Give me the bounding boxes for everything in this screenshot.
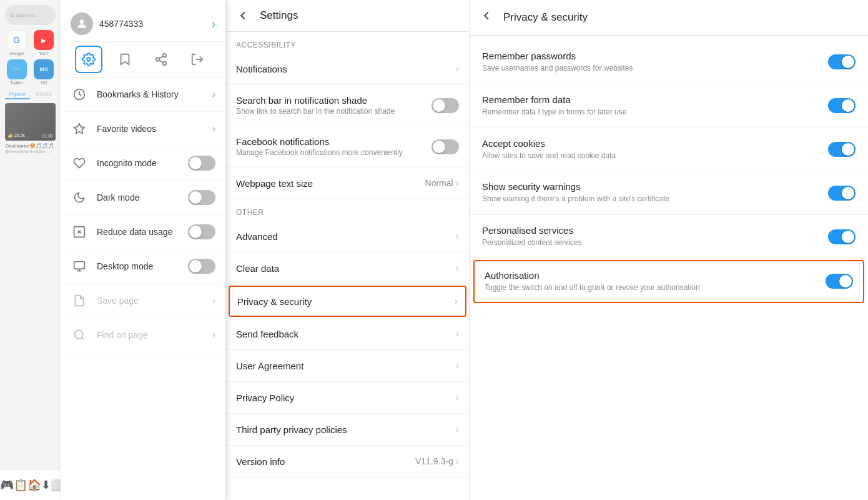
menu-forward-arrow-icon[interactable]: › (212, 18, 215, 31)
remember-formdata-toggle[interactable] (828, 98, 856, 113)
svg-point-16 (75, 331, 83, 339)
settings-item-notifications[interactable]: Notifications › (226, 53, 469, 85)
menu-item-desktop[interactable]: Desktop mode (61, 249, 225, 284)
remember-passwords-subtitle: Save usernames and passwords for website… (482, 63, 818, 74)
nav-icon-square: ⬜ (51, 478, 61, 492)
bookmarks-icon (71, 86, 88, 103)
settings-facebook-subtitle: Manage Facebook notifications more conve… (236, 148, 427, 157)
datausage-toggle[interactable] (188, 224, 215, 239)
app-icon-ms: MS MS (32, 59, 56, 85)
settings-facebook-title: Facebook notifications (236, 136, 427, 147)
accept-cookies-title: Accept cookies (482, 138, 818, 149)
savepage-chevron-icon: › (212, 295, 215, 306)
settings-privacy-title: Privacy & security (237, 296, 455, 307)
findonpage-chevron-icon: › (212, 329, 215, 341)
svg-point-4 (163, 62, 167, 66)
privacypolicy-chevron-icon: › (456, 392, 459, 403)
privacy-item-authorisation: Authorisation Toggle the switch on and o… (473, 260, 864, 303)
settings-version-title: Version info (236, 456, 415, 467)
datausage-icon (71, 223, 88, 241)
settings-item-useragreement[interactable]: User Agreement › (226, 350, 469, 382)
app-bottom-nav: 🎮 📋 🏠 ⬇ ⬜ (0, 469, 61, 500)
menu-item-favorites[interactable]: Favorite videos › (61, 112, 225, 146)
menu-item-bookmarks[interactable]: Bookmarks & History › (61, 78, 225, 112)
authorisation-subtitle: Toggle the switch on and off to grant or… (485, 282, 816, 293)
personalised-services-toggle[interactable] (828, 229, 856, 244)
facebook-toggle[interactable] (432, 139, 459, 154)
settings-title: Settings (260, 9, 298, 22)
settings-advanced-title: Advanced (236, 231, 456, 242)
settings-item-advanced[interactable]: Advanced › (226, 221, 469, 252)
settings-notifications-title: Notifications (236, 64, 456, 74)
settings-textsize-value: Normal (425, 178, 453, 188)
svg-point-1 (87, 58, 91, 61)
privacy-header: Privacy & security (470, 0, 868, 36)
settings-thirdparty-title: Third party privacy policies (236, 424, 456, 435)
menu-username: 458774333 (99, 19, 212, 29)
menu-item-datausage[interactable]: Reduce data usage (61, 215, 225, 249)
menu-bookmark-icon-btn[interactable] (111, 46, 139, 73)
settings-section-other: OTHER (226, 199, 469, 221)
settings-back-button[interactable] (236, 9, 250, 22)
incognito-toggle[interactable] (188, 156, 215, 171)
settings-searchbar-subtitle: Show link to search bar in the notificat… (236, 107, 427, 116)
incognito-icon (71, 154, 88, 172)
privacy-item-security-warnings: Show security warnings Show warning if t… (470, 171, 868, 215)
personalised-services-subtitle: Personalized content services (482, 238, 818, 248)
privacy-item-remember-formdata: Remember form data Remember data I type … (470, 84, 868, 128)
desktop-icon (71, 258, 88, 275)
settings-item-cleardata[interactable]: Clear data › (226, 252, 469, 284)
privacy-item-personalised-services: Personalised services Personalized conte… (470, 215, 868, 259)
svg-marker-9 (74, 124, 85, 134)
menu-logout-icon-btn[interactable] (184, 46, 211, 73)
settings-item-version[interactable]: Version info V11.9.3-g › (226, 446, 469, 478)
personalised-services-title: Personalised services (482, 225, 818, 236)
favorites-chevron-icon: › (212, 123, 215, 134)
app-icon-google: G Google (5, 30, 29, 56)
menu-share-icon-btn[interactable] (147, 46, 175, 73)
settings-item-privacy[interactable]: Privacy & security › (229, 286, 466, 317)
svg-rect-13 (74, 262, 85, 269)
version-chevron-icon: › (456, 456, 459, 467)
desktop-toggle[interactable] (188, 259, 215, 274)
feedback-chevron-icon: › (456, 328, 459, 339)
notifications-chevron-icon: › (456, 63, 459, 74)
settings-item-privacypolicy[interactable]: Privacy Policy › (226, 382, 469, 414)
privacy-chevron-icon: › (455, 296, 458, 307)
menu-item-savepage[interactable]: Save page › (61, 284, 225, 318)
authorisation-toggle[interactable] (826, 274, 853, 289)
menu-item-darkmode[interactable]: Dark mode (61, 181, 225, 215)
searchbar-toggle[interactable] (432, 98, 459, 113)
privacy-items-list: Remember passwords Save usernames and pa… (470, 36, 868, 500)
settings-section-accessibility: ACCESSIBILITY (226, 32, 469, 53)
darkmode-toggle[interactable] (188, 190, 215, 205)
thirdparty-chevron-icon: › (456, 424, 459, 435)
avatar (71, 12, 93, 35)
cleardata-chevron-icon: › (456, 262, 459, 274)
settings-content: ACCESSIBILITY Notifications › Search bar… (226, 32, 469, 500)
svg-line-17 (82, 338, 84, 340)
menu-item-incognito[interactable]: Incognito mode (61, 146, 225, 181)
security-warnings-toggle[interactable] (828, 186, 856, 201)
menu-settings-icon-btn[interactable] (75, 46, 102, 73)
app-video-thumbnail: 👍 26.5k 01:00 (5, 103, 56, 141)
settings-textsize-title: Webpage text size (236, 178, 425, 189)
remember-passwords-title: Remember passwords (482, 51, 818, 61)
nav-icon-download: ⬇ (41, 478, 51, 492)
useragreement-chevron-icon: › (456, 360, 459, 371)
privacy-item-accept-cookies: Accept cookies Allow sites to save and r… (470, 128, 868, 172)
menu-item-desktop-label: Desktop mode (97, 261, 188, 271)
settings-item-facebook[interactable]: Facebook notifications Manage Facebook n… (226, 126, 469, 168)
remember-passwords-toggle[interactable] (828, 54, 856, 69)
settings-item-feedback[interactable]: Send feedback › (226, 318, 469, 350)
privacy-panel-title: Privacy & security (503, 11, 588, 24)
privacy-back-button[interactable] (480, 9, 493, 26)
menu-item-findonpage[interactable]: Find on page › (61, 318, 225, 352)
settings-item-searchbar[interactable]: Search bar in notification shade Show li… (226, 85, 469, 126)
menu-header: 458774333 › (61, 0, 225, 42)
nav-icon-list: 📋 (14, 478, 27, 492)
accept-cookies-subtitle: Allow sites to save and read cookie data (482, 151, 818, 161)
settings-item-textsize[interactable]: Webpage text size Normal › (226, 168, 469, 199)
accept-cookies-toggle[interactable] (828, 142, 856, 157)
settings-item-thirdparty[interactable]: Third party privacy policies › (226, 414, 469, 446)
